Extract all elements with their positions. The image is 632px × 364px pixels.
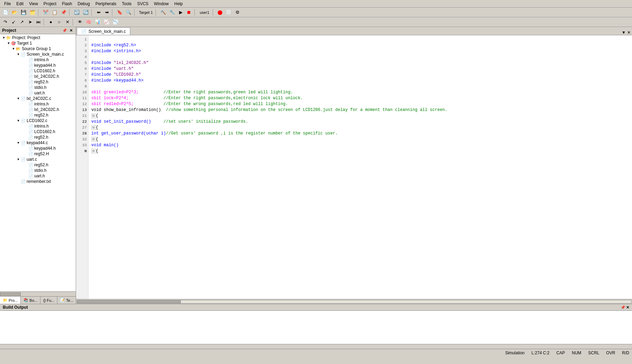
tree-lcd-file[interactable]: ▼ 📄 LCD1602.c bbox=[0, 118, 76, 123]
breakpoint-enable-button[interactable]: ○ bbox=[55, 18, 63, 26]
rebuild-button[interactable]: 🔧 bbox=[168, 9, 176, 16]
h-icon15: 📄 bbox=[28, 152, 33, 156]
close-panel-button[interactable]: ✕ bbox=[68, 28, 74, 33]
tree-lxl-h[interactable]: 📄 lxl_24C02C.h bbox=[0, 107, 76, 112]
undo-button[interactable]: ↩️ bbox=[73, 9, 81, 16]
code-coverage-button[interactable]: 📈 bbox=[102, 18, 111, 26]
source-group-expand[interactable]: ▼ bbox=[11, 47, 16, 50]
run-cursor-button[interactable]: ➤ bbox=[26, 18, 34, 26]
tab-close-button[interactable]: ✕ bbox=[627, 30, 631, 35]
project-hscroll-thumb[interactable] bbox=[0, 292, 21, 296]
run-all-button[interactable]: ⏭ bbox=[35, 18, 42, 26]
editor-hscroll-thumb[interactable] bbox=[77, 300, 181, 303]
main-file-expand[interactable]: ▼ bbox=[16, 53, 21, 56]
target-expand[interactable]: ▼ bbox=[6, 41, 11, 45]
tree-remember[interactable]: 📄 remember.txt bbox=[0, 179, 76, 184]
tree-uart-file[interactable]: ▼ 📄 uart.c bbox=[0, 157, 76, 162]
root-expand[interactable]: ▼ bbox=[1, 36, 6, 39]
tree-main-file[interactable]: ▼ 📄 Screen_lock_main.c bbox=[0, 52, 76, 57]
tree-keypad-reg52[interactable]: 📄 reg52.H bbox=[0, 151, 76, 157]
tab-functions[interactable]: {} Fu... bbox=[40, 297, 57, 304]
code-editor[interactable]: 1 2 3 4 5 6 7 8 9 10 11 12 13 21 22 bbox=[76, 35, 632, 299]
step-out-button[interactable]: ↗ bbox=[18, 18, 26, 26]
stop-button[interactable]: ⏹ bbox=[185, 9, 193, 16]
build-hscroll[interactable] bbox=[0, 344, 632, 349]
tree-lxl-file[interactable]: ▼ 📄 lxl_24C02C.c bbox=[0, 96, 76, 101]
open-button[interactable]: 📂 bbox=[10, 9, 19, 16]
find-button[interactable]: 🔍 bbox=[124, 9, 133, 16]
build-pin-button[interactable]: 📌 bbox=[621, 305, 625, 310]
tab-templates[interactable]: 📝 Te... bbox=[57, 297, 76, 304]
menu-peripherals[interactable]: Peripherals bbox=[93, 1, 119, 7]
menu-edit[interactable]: Edit bbox=[13, 1, 26, 7]
lxl-expand[interactable]: ▼ bbox=[16, 97, 21, 100]
tab-books[interactable]: 📚 Bo... bbox=[21, 297, 40, 304]
breakpoint-clear-button[interactable]: ✕ bbox=[64, 18, 71, 26]
tree-lxl-reg52[interactable]: 📄 reg52.h bbox=[0, 112, 76, 118]
tree-keypad-h[interactable]: 📄 keypad44.h bbox=[0, 146, 76, 151]
menu-help[interactable]: Help bbox=[171, 1, 186, 7]
tree-lcd1602-h[interactable]: 📄 LCD1602.h bbox=[0, 68, 76, 74]
regs-button[interactable]: 📊 bbox=[93, 18, 102, 26]
tree-lcd-h[interactable]: 📄 LCD1602.h bbox=[0, 129, 76, 134]
project-hscroll[interactable] bbox=[0, 291, 76, 296]
cut-button[interactable]: ✂️ bbox=[41, 9, 50, 16]
debug-start-button[interactable]: ⬤ bbox=[216, 9, 224, 16]
menu-tools[interactable]: Tools bbox=[119, 1, 134, 7]
step-into-button[interactable]: ↙ bbox=[10, 18, 17, 26]
menu-file[interactable]: File bbox=[1, 1, 13, 7]
tree-lcd-reg52[interactable]: 📄 reg52.h bbox=[0, 134, 76, 140]
editor-hscroll[interactable] bbox=[76, 299, 632, 304]
copy-button[interactable]: 📋 bbox=[50, 9, 59, 16]
tree-stdio-h-1[interactable]: 📄 stdio.h bbox=[0, 85, 76, 90]
pin-button[interactable]: 📌 bbox=[62, 28, 67, 33]
breakpoint-insert-button[interactable]: ● bbox=[47, 18, 55, 26]
debug-stop-button[interactable]: ⬜ bbox=[225, 9, 233, 16]
tree-reg52-h-1[interactable]: 📄 reg52.h bbox=[0, 79, 76, 85]
step-over-button[interactable]: ↷ bbox=[1, 18, 9, 26]
save-all-button[interactable]: 🗂️ bbox=[28, 9, 37, 16]
project-root-label: Project: Project bbox=[12, 35, 40, 40]
editor-hscroll-track[interactable] bbox=[77, 300, 631, 304]
tree-source-group[interactable]: ▼ 📂 Source Group 1 bbox=[0, 46, 76, 52]
paste-button[interactable]: 📌 bbox=[59, 9, 68, 16]
bookmark-button[interactable]: 🔖 bbox=[115, 9, 124, 16]
tree-lxl-24c02c-h[interactable]: 📄 lxl_24C02C.h bbox=[0, 74, 76, 79]
code-content[interactable]: #include <reg52.h> #include <intrins.h> … bbox=[89, 35, 632, 299]
tree-target[interactable]: ▼ 🎯 Target 1 bbox=[0, 40, 76, 46]
menu-view[interactable]: View bbox=[26, 1, 41, 7]
redo-button[interactable]: ↪️ bbox=[82, 9, 90, 16]
lcd-expand[interactable]: ▼ bbox=[16, 119, 21, 122]
build-close-button[interactable]: ✕ bbox=[626, 305, 629, 310]
tab-dropdown-button[interactable]: ▼ bbox=[622, 30, 626, 35]
menu-project[interactable]: Project bbox=[41, 1, 59, 7]
tree-uart-reg52[interactable]: 📄 reg52.h bbox=[0, 162, 76, 168]
memory-button[interactable]: 🧠 bbox=[84, 18, 93, 26]
editor-tab-main[interactable]: 📄 Screen_lock_main.c bbox=[77, 27, 130, 35]
uart-expand[interactable]: ▼ bbox=[16, 158, 21, 161]
keypad-expand[interactable]: ▼ bbox=[16, 141, 21, 144]
tree-uart-h[interactable]: 📄 uart.h bbox=[0, 173, 76, 179]
build-button[interactable]: 🔨 bbox=[159, 9, 167, 16]
menu-debug[interactable]: Debug bbox=[75, 1, 93, 7]
new-button[interactable]: 📄 bbox=[1, 9, 10, 16]
tree-intrins-h-1[interactable]: 📄 intrins.h bbox=[0, 57, 76, 63]
menu-flash[interactable]: Flash bbox=[59, 1, 75, 7]
menu-window[interactable]: Window bbox=[151, 1, 171, 7]
tree-uart-h-1[interactable]: 📄 uart.h bbox=[0, 90, 76, 96]
tree-keypad-file[interactable]: ▼ 📄 keypad44.c bbox=[0, 140, 76, 146]
tab-project[interactable]: 📁 Pro... bbox=[0, 297, 21, 304]
tree-lcd-intrins[interactable]: 📄 intrins.h bbox=[0, 123, 76, 129]
nav-fwd-button[interactable]: ➡ bbox=[103, 9, 111, 16]
tree-root[interactable]: ▼ 📁 Project: Project bbox=[0, 35, 76, 40]
debug-settings-button[interactable]: ⚙ bbox=[234, 9, 241, 16]
tree-keypad44-h[interactable]: 📄 keypad44.h bbox=[0, 63, 76, 68]
run-button[interactable]: ▶ bbox=[177, 9, 185, 16]
trace-button[interactable]: 📉 bbox=[111, 18, 120, 26]
save-button[interactable]: 💾 bbox=[19, 9, 28, 16]
watch-button[interactable]: 👁 bbox=[76, 18, 84, 26]
tree-lxl-intrins[interactable]: 📄 intrins.h bbox=[0, 101, 76, 107]
tree-uart-stdio[interactable]: 📄 stdio.h bbox=[0, 168, 76, 173]
nav-back-button[interactable]: ⬅ bbox=[95, 9, 102, 16]
menu-svcs[interactable]: SVCS bbox=[134, 1, 151, 7]
